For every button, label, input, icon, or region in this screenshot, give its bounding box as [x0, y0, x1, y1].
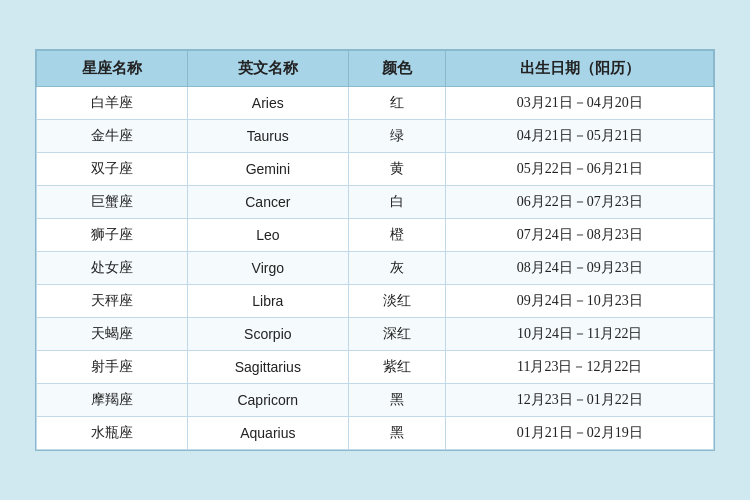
- cell-chinese-name: 摩羯座: [37, 384, 188, 417]
- cell-chinese-name: 射手座: [37, 351, 188, 384]
- cell-english-name: Cancer: [187, 186, 348, 219]
- cell-chinese-name: 狮子座: [37, 219, 188, 252]
- cell-chinese-name: 金牛座: [37, 120, 188, 153]
- cell-date: 01月21日－02月19日: [446, 417, 714, 450]
- cell-color: 黑: [349, 384, 446, 417]
- cell-date: 03月21日－04月20日: [446, 87, 714, 120]
- cell-color: 紫红: [349, 351, 446, 384]
- cell-color: 白: [349, 186, 446, 219]
- table-row: 金牛座Taurus绿04月21日－05月21日: [37, 120, 714, 153]
- cell-color: 绿: [349, 120, 446, 153]
- table-row: 处女座Virgo灰08月24日－09月23日: [37, 252, 714, 285]
- zodiac-table: 星座名称 英文名称 颜色 出生日期（阳历） 白羊座Aries红03月21日－04…: [36, 50, 714, 450]
- cell-chinese-name: 双子座: [37, 153, 188, 186]
- cell-color: 橙: [349, 219, 446, 252]
- table-header-row: 星座名称 英文名称 颜色 出生日期（阳历）: [37, 51, 714, 87]
- cell-chinese-name: 巨蟹座: [37, 186, 188, 219]
- cell-date: 09月24日－10月23日: [446, 285, 714, 318]
- cell-english-name: Virgo: [187, 252, 348, 285]
- cell-english-name: Aquarius: [187, 417, 348, 450]
- table-row: 摩羯座Capricorn黑12月23日－01月22日: [37, 384, 714, 417]
- cell-color: 黑: [349, 417, 446, 450]
- cell-date: 07月24日－08月23日: [446, 219, 714, 252]
- cell-date: 05月22日－06月21日: [446, 153, 714, 186]
- table-row: 天秤座Libra淡红09月24日－10月23日: [37, 285, 714, 318]
- cell-english-name: Scorpio: [187, 318, 348, 351]
- cell-color: 红: [349, 87, 446, 120]
- table-row: 巨蟹座Cancer白06月22日－07月23日: [37, 186, 714, 219]
- cell-english-name: Taurus: [187, 120, 348, 153]
- cell-color: 淡红: [349, 285, 446, 318]
- table-row: 水瓶座Aquarius黑01月21日－02月19日: [37, 417, 714, 450]
- table-row: 双子座Gemini黄05月22日－06月21日: [37, 153, 714, 186]
- table-row: 天蝎座Scorpio深红10月24日－11月22日: [37, 318, 714, 351]
- cell-english-name: Sagittarius: [187, 351, 348, 384]
- table-body: 白羊座Aries红03月21日－04月20日金牛座Taurus绿04月21日－0…: [37, 87, 714, 450]
- cell-date: 10月24日－11月22日: [446, 318, 714, 351]
- cell-date: 11月23日－12月22日: [446, 351, 714, 384]
- header-color: 颜色: [349, 51, 446, 87]
- cell-color: 深红: [349, 318, 446, 351]
- cell-date: 12月23日－01月22日: [446, 384, 714, 417]
- cell-chinese-name: 天秤座: [37, 285, 188, 318]
- cell-english-name: Leo: [187, 219, 348, 252]
- cell-date: 04月21日－05月21日: [446, 120, 714, 153]
- cell-english-name: Libra: [187, 285, 348, 318]
- header-date: 出生日期（阳历）: [446, 51, 714, 87]
- cell-chinese-name: 天蝎座: [37, 318, 188, 351]
- cell-date: 08月24日－09月23日: [446, 252, 714, 285]
- cell-color: 灰: [349, 252, 446, 285]
- cell-chinese-name: 水瓶座: [37, 417, 188, 450]
- table-row: 狮子座Leo橙07月24日－08月23日: [37, 219, 714, 252]
- cell-color: 黄: [349, 153, 446, 186]
- zodiac-table-container: 星座名称 英文名称 颜色 出生日期（阳历） 白羊座Aries红03月21日－04…: [35, 49, 715, 451]
- cell-date: 06月22日－07月23日: [446, 186, 714, 219]
- cell-english-name: Aries: [187, 87, 348, 120]
- cell-english-name: Capricorn: [187, 384, 348, 417]
- header-english-name: 英文名称: [187, 51, 348, 87]
- header-chinese-name: 星座名称: [37, 51, 188, 87]
- table-row: 白羊座Aries红03月21日－04月20日: [37, 87, 714, 120]
- cell-chinese-name: 白羊座: [37, 87, 188, 120]
- table-row: 射手座Sagittarius紫红11月23日－12月22日: [37, 351, 714, 384]
- cell-chinese-name: 处女座: [37, 252, 188, 285]
- cell-english-name: Gemini: [187, 153, 348, 186]
